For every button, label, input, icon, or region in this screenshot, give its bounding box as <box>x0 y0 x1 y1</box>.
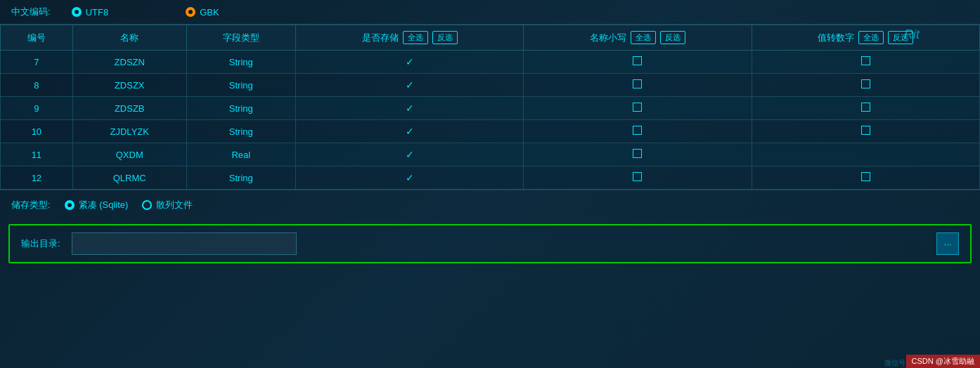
gbk-option[interactable]: GBK <box>186 7 219 18</box>
cell-lowercase[interactable] <box>524 74 752 97</box>
cell-name: ZDSZB <box>72 97 186 120</box>
store-select-all-btn[interactable]: 全选 <box>403 31 428 44</box>
lowercase-checkbox[interactable] <box>633 172 642 181</box>
cell-store[interactable]: ✓ <box>295 120 523 143</box>
table-row: 10ZJDLYZKString✓ <box>1 120 980 143</box>
cell-type: Real <box>186 143 295 166</box>
table-row: 11QXDMReal✓ <box>1 143 980 166</box>
lowercase-invert-btn[interactable]: 反选 <box>660 31 685 44</box>
csdn-text: CSDN @冰雪助融 <box>912 357 974 365</box>
encoding-label: 中文编码: <box>11 6 51 18</box>
sqlite-option[interactable]: 紧凑 (Sqlite) <box>65 199 129 211</box>
col-header-index: 编号 <box>1 25 73 51</box>
data-table: 编号 名称 字段类型 是否存储 全选 反选 名称小写 <box>0 25 980 190</box>
table-row: 12QLRMCString✓ <box>1 166 980 190</box>
cell-index: 10 <box>1 120 73 143</box>
col-header-store: 是否存储 全选 反选 <box>295 25 523 51</box>
tonumber-checkbox[interactable] <box>861 126 870 135</box>
utf8-option[interactable]: UTF8 <box>72 7 109 18</box>
col-header-type: 字段类型 <box>186 25 295 51</box>
table-row: 9ZDSZBString✓ <box>1 97 980 120</box>
col-header-lowercase: 名称小写 全选 反选 <box>524 25 752 51</box>
cell-name: ZDSZX <box>72 74 186 97</box>
cell-name: ZJDLYZK <box>72 120 186 143</box>
cell-tonumber[interactable] <box>752 120 979 143</box>
store-invert-btn[interactable]: 反选 <box>432 31 458 44</box>
tonumber-checkbox[interactable] <box>861 103 870 112</box>
output-label: 输出目录: <box>21 237 60 250</box>
tonumber-checkbox[interactable] <box>861 79 870 88</box>
cell-store[interactable]: ✓ <box>295 143 523 166</box>
store-checkmark: ✓ <box>406 126 414 137</box>
table-row: 7ZDSZNString✓ <box>1 51 980 74</box>
cell-store[interactable]: ✓ <box>295 51 523 74</box>
cell-lowercase[interactable] <box>524 51 752 74</box>
cell-tonumber[interactable] <box>752 166 979 190</box>
cell-type: String <box>186 120 295 143</box>
cell-tonumber[interactable] <box>752 74 979 97</box>
rit-watermark: Rit <box>904 27 920 42</box>
sqlite-label: 紧凑 (Sqlite) <box>79 199 129 211</box>
sparse-label: 散列文件 <box>156 199 193 211</box>
sqlite-radio[interactable] <box>65 200 75 210</box>
utf8-radio[interactable] <box>72 7 82 17</box>
col-header-tonumber: 值转数字 全选 反选 <box>752 25 979 51</box>
store-checkmark: ✓ <box>406 149 414 160</box>
cell-lowercase[interactable] <box>524 166 752 190</box>
store-checkmark: ✓ <box>406 79 414 91</box>
sparse-option[interactable]: 散列文件 <box>142 199 193 211</box>
cell-type: String <box>186 51 295 74</box>
utf8-label: UTF8 <box>86 7 109 18</box>
store-checkmark: ✓ <box>406 56 414 67</box>
cell-lowercase[interactable] <box>524 143 752 166</box>
cell-index: 9 <box>1 97 73 120</box>
cell-store[interactable]: ✓ <box>295 166 523 190</box>
cell-index: 8 <box>1 74 73 97</box>
lowercase-checkbox[interactable] <box>633 103 642 112</box>
storage-label: 储存类型: <box>11 199 51 211</box>
lowercase-checkbox[interactable] <box>633 126 642 135</box>
col-header-name: 名称 <box>72 25 186 51</box>
cell-tonumber[interactable] <box>752 143 979 166</box>
cell-lowercase[interactable] <box>524 97 752 120</box>
cell-tonumber[interactable] <box>752 51 979 74</box>
cell-tonumber[interactable] <box>752 97 979 120</box>
cell-store[interactable]: ✓ <box>295 97 523 120</box>
cell-index: 7 <box>1 51 73 74</box>
store-checkmark: ✓ <box>406 103 414 114</box>
browse-icon: ··· <box>943 239 951 249</box>
lowercase-checkbox[interactable] <box>633 149 642 158</box>
lowercase-checkbox[interactable] <box>633 79 642 88</box>
cell-store[interactable]: ✓ <box>295 74 523 97</box>
cell-type: String <box>186 166 295 190</box>
tonumber-select-all-btn[interactable]: 全选 <box>858 31 884 44</box>
cell-name: QXDM <box>72 143 186 166</box>
main-container: 中文编码: UTF8 GBK 编号 名称 字段类型 <box>0 0 980 368</box>
tonumber-checkbox[interactable] <box>861 56 870 65</box>
gbk-label: GBK <box>200 7 219 18</box>
cell-name: ZDSZN <box>72 51 186 74</box>
cell-lowercase[interactable] <box>524 120 752 143</box>
csdn-badge: CSDN @冰雪助融 <box>906 355 980 368</box>
store-checkmark: ✓ <box>406 172 414 183</box>
sparse-radio[interactable] <box>142 200 152 210</box>
table-header-row: 编号 名称 字段类型 是否存储 全选 反选 名称小写 <box>1 25 980 51</box>
gbk-radio[interactable] <box>186 7 195 17</box>
browse-button[interactable]: ··· <box>936 232 959 255</box>
cell-name: QLRMC <box>72 166 186 190</box>
tonumber-checkbox[interactable] <box>861 172 870 181</box>
cell-type: String <box>186 97 295 120</box>
cell-index: 11 <box>1 143 73 166</box>
output-row: 输出目录: ··· <box>8 224 972 263</box>
encoding-row: 中文编码: UTF8 GBK <box>0 0 980 25</box>
lowercase-select-all-btn[interactable]: 全选 <box>631 31 656 44</box>
lowercase-checkbox[interactable] <box>633 56 642 65</box>
storage-row: 储存类型: 紧凑 (Sqlite) 散列文件 <box>0 190 980 220</box>
output-input[interactable] <box>72 232 297 255</box>
cell-index: 12 <box>1 166 73 190</box>
table-row: 8ZDSZXString✓ <box>1 74 980 97</box>
cell-type: String <box>186 74 295 97</box>
